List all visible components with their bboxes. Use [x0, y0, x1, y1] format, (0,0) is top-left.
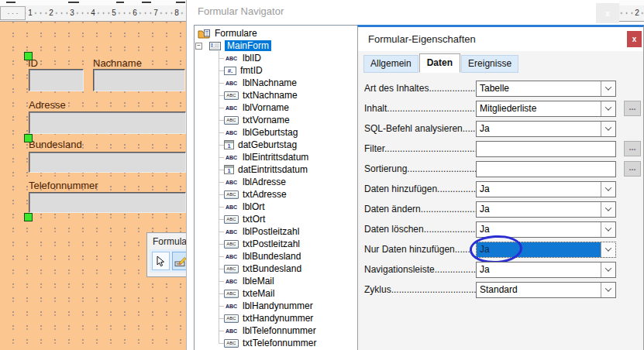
toolbar-remnant-mark: [116, 2, 124, 3]
control-type-icon: [224, 104, 239, 112]
property-dropdown[interactable]: Tabelle: [476, 81, 616, 97]
chevron-down-icon[interactable]: [601, 242, 615, 257]
control-type-icon: [224, 153, 239, 162]
property-rows: Art des Inhaltes.................. Tabel…: [364, 78, 640, 300]
control-type-icon: [224, 252, 239, 261]
field-label-bundesland[interactable]: Bundesland: [29, 139, 82, 150]
property-dropdown[interactable]: Ja: [476, 181, 616, 197]
property-dropdown[interactable]: Ja: [476, 201, 616, 218]
navigator-close-button[interactable]: x: [596, 3, 619, 23]
selection-handle[interactable]: [24, 213, 33, 221]
text-box-id[interactable]: [29, 69, 84, 91]
tree-item-label: lblPostleitzahl: [243, 226, 299, 237]
toolbar-remnant-mark: [142, 2, 151, 3]
property-value[interactable]: Ja: [477, 182, 601, 197]
text-box-nachname[interactable]: [93, 69, 185, 91]
toolbar-remnant-mark: [6, 2, 15, 3]
tree-item-label: txtNachname: [243, 90, 298, 101]
control-type-icon: [224, 215, 239, 224]
property-label: Filter..................................…: [364, 143, 476, 154]
forms-folder-icon: [198, 29, 211, 39]
field-label-adresse[interactable]: Adresse: [29, 99, 66, 111]
more-button[interactable]: ...: [624, 161, 641, 177]
property-dropdown[interactable]: Standard: [476, 282, 616, 298]
tab-ereignisse[interactable]: Ereignisse: [461, 55, 518, 73]
control-type-icon: [224, 339, 239, 348]
tree-item-label: txtOrt: [243, 214, 265, 225]
chevron-down-icon[interactable]: [601, 81, 615, 96]
ruler-number: 8: [173, 8, 181, 19]
chevron-down-icon[interactable]: [601, 202, 615, 217]
control-type-icon: [224, 302, 239, 311]
property-row: SQL-Befehl analysieren..... Ja: [364, 118, 640, 139]
text-box-adresse[interactable]: [29, 112, 186, 134]
property-row: Filter..................................…: [364, 139, 640, 159]
toolbar-remnant-mark: [176, 2, 185, 3]
tree-item-label: datEintrittsdatum: [238, 164, 308, 175]
property-label: Art des Inhaltes..................: [364, 83, 476, 94]
property-row: Sortierung............................ .…: [364, 159, 640, 179]
chevron-down-icon[interactable]: [601, 283, 615, 297]
ruler-number: 2: [633, 8, 641, 19]
collapse-expander-icon[interactable]: −: [195, 43, 202, 50]
selection-handle[interactable]: [24, 134, 33, 142]
tree-item-label: lblEintrittsdatum: [243, 152, 308, 163]
cursor-arrow-icon: [155, 256, 166, 267]
property-label: Daten ändern......................: [364, 204, 476, 214]
dialog-close-button[interactable]: x: [627, 31, 642, 47]
text-box-bundesland[interactable]: [29, 152, 186, 173]
property-dropdown[interactable]: Ja: [476, 242, 616, 258]
selection-handle[interactable]: [24, 52, 33, 60]
property-label: Daten löschen.....................: [364, 224, 476, 235]
tree-item-label: Formulare: [215, 28, 257, 39]
property-dropdown[interactable]: Ja: [476, 121, 616, 137]
property-value[interactable]: Tabelle: [477, 81, 601, 96]
control-type-icon: [224, 314, 239, 323]
chevron-down-icon[interactable]: [601, 222, 615, 237]
property-row: Navigationsleiste................ Ja: [364, 259, 640, 280]
chevron-down-icon[interactable]: [601, 101, 615, 116]
toolbar-button-strip: [150, 249, 191, 273]
property-dropdown[interactable]: Ja: [476, 221, 616, 238]
ruler-number: 4: [89, 8, 97, 19]
property-value[interactable]: [477, 162, 615, 177]
property-value[interactable]: Ja: [477, 242, 601, 257]
tree-item-label: txtVorname: [243, 115, 290, 125]
property-value[interactable]: Ja: [477, 262, 601, 277]
property-dropdown[interactable]: [476, 161, 616, 177]
property-value[interactable]: Mitgliederliste: [477, 101, 601, 116]
property-dropdown[interactable]: Ja: [476, 262, 616, 278]
property-dropdown[interactable]: Mitgliederliste: [476, 101, 616, 117]
chevron-down-icon[interactable]: [601, 122, 615, 136]
property-value[interactable]: Ja: [477, 122, 601, 136]
tree-item-label: lblVorname: [243, 102, 289, 113]
property-value[interactable]: Standard: [477, 283, 601, 297]
design-mode-pencil-icon: [174, 256, 187, 267]
field-label-telefonnummer[interactable]: Telefonnummer: [29, 180, 98, 191]
property-value[interactable]: Ja: [477, 202, 601, 217]
ruler-number: 3: [68, 8, 76, 19]
chevron-down-icon[interactable]: [601, 182, 615, 197]
property-value[interactable]: [477, 142, 615, 156]
form-properties-dialog: Formular-Eigenschaften x Allgemein Daten…: [357, 25, 644, 350]
tree-item-label: lblAdresse: [243, 177, 286, 187]
select-tool-button[interactable]: [152, 252, 170, 270]
tab-allgemein[interactable]: Allgemein: [363, 55, 418, 73]
property-dropdown[interactable]: [476, 141, 616, 157]
dialog-titlebar[interactable]: Formular-Eigenschaften x: [358, 27, 643, 51]
property-row: Daten hinzufügen............... Ja: [364, 179, 640, 199]
property-row: Nur Daten hinzufügen...... Ja: [364, 239, 640, 259]
more-button[interactable]: ...: [624, 141, 641, 156]
property-label: Nur Daten hinzufügen......: [364, 244, 476, 255]
ruler-corner-box: · · ·: [0, 6, 26, 20]
tab-daten[interactable]: Daten: [419, 53, 460, 73]
property-value[interactable]: Ja: [477, 222, 601, 237]
control-type-icon: [224, 54, 239, 63]
field-label-nachname[interactable]: Nachname: [93, 57, 142, 69]
tree-item-label: txtBundesland: [243, 263, 301, 274]
tree-item-label: txtHandynummer: [243, 313, 313, 324]
tree-item-label: txtAdresse: [243, 189, 287, 200]
chevron-down-icon[interactable]: [601, 262, 615, 277]
text-box-telefonnummer[interactable]: [29, 192, 186, 213]
more-button[interactable]: ...: [624, 101, 641, 116]
